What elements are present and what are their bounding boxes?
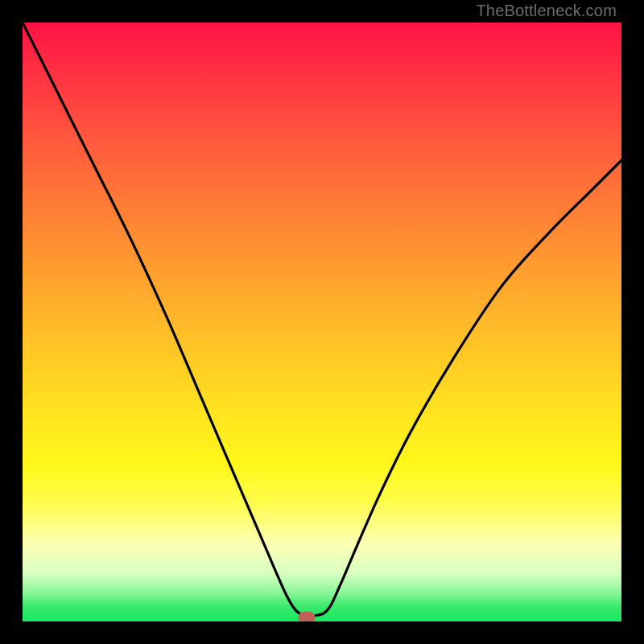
- bottleneck-curve: [23, 23, 621, 621]
- optimal-marker: [299, 611, 316, 621]
- watermark-text: TheBottleneck.com: [476, 2, 617, 20]
- plot-area: [23, 23, 621, 621]
- chart-frame: TheBottleneck.com: [0, 0, 644, 644]
